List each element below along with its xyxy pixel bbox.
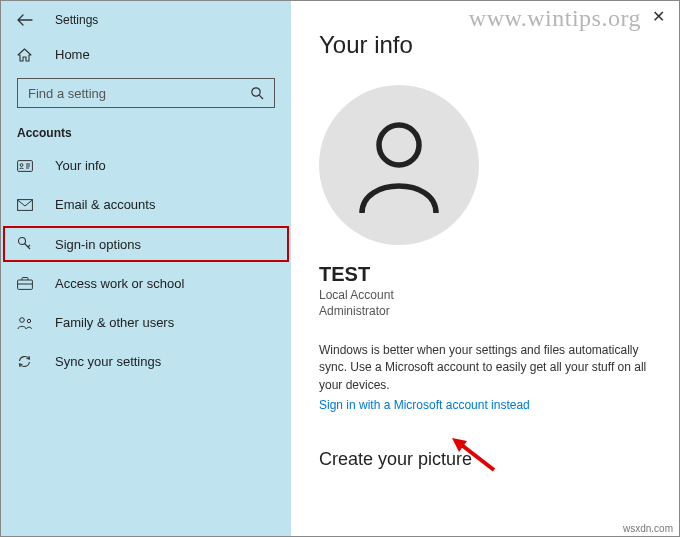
account-type: Local Account <box>319 288 655 302</box>
sidebar-item-label: Your info <box>55 158 106 173</box>
svg-point-13 <box>20 317 25 322</box>
svg-rect-11 <box>18 280 33 289</box>
mail-icon <box>17 199 35 211</box>
sidebar-item-your-info[interactable]: Your info <box>1 146 291 185</box>
sidebar-item-label: Sign-in options <box>55 237 141 252</box>
person-icon <box>354 115 444 215</box>
page-title: Your info <box>319 31 655 59</box>
search-field[interactable] <box>28 86 228 101</box>
sidebar-item-signin-options[interactable]: Sign-in options <box>1 224 291 264</box>
content-pane: ✕ Your info TEST Local Account Administr… <box>291 1 679 536</box>
sidebar-item-label: Email & accounts <box>55 197 155 212</box>
avatar <box>319 85 479 245</box>
sync-icon <box>17 354 35 369</box>
svg-line-10 <box>28 245 30 247</box>
svg-point-15 <box>379 125 419 165</box>
sidebar-item-sync[interactable]: Sync your settings <box>1 342 291 381</box>
ms-account-signin-link[interactable]: Sign in with a Microsoft account instead <box>319 398 530 412</box>
sidebar-item-family[interactable]: Family & other users <box>1 303 291 342</box>
close-button[interactable]: ✕ <box>652 7 665 26</box>
sidebar-item-label: Access work or school <box>55 276 184 291</box>
svg-point-0 <box>252 88 260 96</box>
section-create-picture: Create your picture <box>319 449 655 470</box>
sidebar: Settings Home Accounts Your info E <box>1 1 291 536</box>
svg-rect-2 <box>18 160 33 171</box>
sidebar-item-label: Sync your settings <box>55 354 161 369</box>
close-icon: ✕ <box>652 8 665 25</box>
briefcase-icon <box>17 277 35 290</box>
sidebar-home[interactable]: Home <box>1 39 291 70</box>
sync-description: Windows is better when your settings and… <box>319 342 655 394</box>
username: TEST <box>319 263 655 286</box>
svg-point-14 <box>27 319 30 322</box>
sidebar-item-email[interactable]: Email & accounts <box>1 185 291 224</box>
id-card-icon <box>17 160 35 172</box>
home-icon <box>17 48 35 62</box>
home-label: Home <box>55 47 90 62</box>
account-role: Administrator <box>319 304 655 318</box>
sidebar-item-label: Family & other users <box>55 315 174 330</box>
key-icon <box>17 236 35 252</box>
svg-point-3 <box>20 163 23 166</box>
sidebar-item-work-school[interactable]: Access work or school <box>1 264 291 303</box>
back-icon[interactable] <box>17 14 35 26</box>
family-icon <box>17 316 35 330</box>
svg-point-8 <box>19 238 26 245</box>
window-title: Settings <box>55 13 98 27</box>
search-icon <box>250 86 264 100</box>
svg-line-1 <box>259 95 263 99</box>
search-input[interactable] <box>17 78 275 108</box>
attribution: wsxdn.com <box>623 523 673 534</box>
title-bar: Settings <box>1 1 291 39</box>
sidebar-section-header: Accounts <box>1 122 291 146</box>
